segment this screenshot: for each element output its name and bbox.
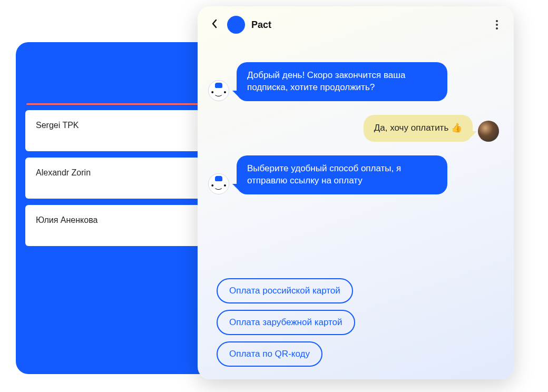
more-dots-icon [496,27,498,30]
message-row: • ‿ • Выберите удобный способ оплаты, я … [208,155,499,194]
chat-header: Pact [198,6,514,41]
quick-reply-label: Оплата российской картой [229,286,340,296]
quick-reply-button[interactable]: Оплата зарубежной картой [217,310,355,335]
quick-reply-button[interactable]: Оплата по QR-коду [217,341,322,367]
quick-reply-label: Оплата по QR-коду [229,349,310,359]
more-menu-button[interactable] [491,18,503,31]
chat-title: Pact [251,19,491,31]
chat-avatar-icon [227,16,245,34]
quick-reply-button[interactable]: Оплата российской картой [217,278,353,303]
crm-deal-name: Alexandr Zorin [36,168,91,177]
crm-deal-name: Юлия Аненкова [36,215,97,224]
message-text: Добрый день! Скоро закончится ваша подпи… [247,70,405,92]
message-row: • ‿ • Добрый день! Скоро закончится ваша… [208,62,499,101]
bot-message-bubble: Добрый день! Скоро закончится ваша подпи… [237,62,447,101]
user-avatar-icon [478,121,499,142]
quick-reply-label: Оплата зарубежной картой [229,317,342,327]
back-button[interactable] [208,16,221,34]
chat-messages: • ‿ • Добрый день! Скоро закончится ваша… [198,41,514,276]
quick-replies: Оплата российской картой Оплата зарубежн… [198,276,514,379]
user-message-bubble: Да, хочу оплатить 👍 [364,115,473,142]
crm-deal-name: Sergei TPK [36,121,79,130]
bot-avatar-icon: • ‿ • [208,173,229,194]
chevron-left-icon [211,19,218,28]
message-text: Да, хочу оплатить 👍 [374,123,462,133]
more-dots-icon [496,20,498,22]
bot-message-bubble: Выберите удобный способ оплаты, я отправ… [237,155,447,194]
chat-window: Pact • ‿ • Добрый день! Скоро закончится… [198,6,514,379]
bot-avatar-icon: • ‿ • [208,80,229,101]
more-dots-icon [496,24,498,26]
message-row: Да, хочу оплатить 👍 [208,115,499,142]
message-text: Выберите удобный способ оплаты, я отправ… [247,163,401,185]
